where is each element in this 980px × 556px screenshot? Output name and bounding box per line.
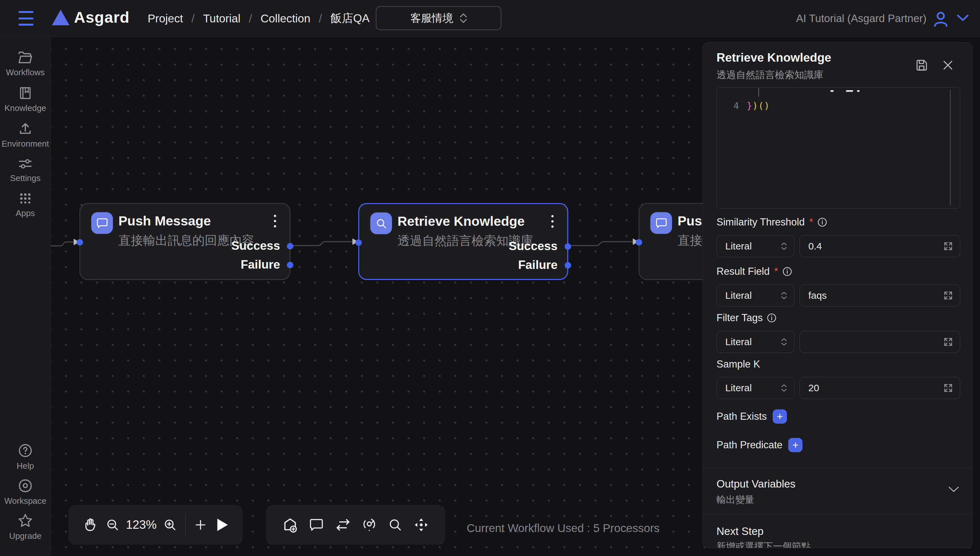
sidebar-item-knowledge[interactable]: Knowledge: [0, 86, 51, 113]
help-circle-icon: [18, 443, 33, 458]
upload-icon: [18, 122, 32, 136]
breadcrumb-item-current[interactable]: 飯店QA: [330, 11, 370, 26]
field-row-filter-tags: Literal: [716, 331, 960, 353]
add-path-exists-button[interactable]: +: [773, 409, 787, 423]
mode-select[interactable]: Literal: [716, 235, 794, 257]
value-input-result-field[interactable]: faqs: [800, 284, 960, 307]
sidebar-item-label: Workflows: [6, 68, 44, 78]
sidebar-main-items: Workflows Knowledge Environment Settings…: [0, 37, 51, 218]
sidebar-item-workspace[interactable]: Workspace: [0, 478, 51, 506]
input-port[interactable]: [355, 239, 362, 246]
failure-port[interactable]: [564, 262, 571, 268]
sidebar-item-upgrade[interactable]: Upgrade: [0, 513, 51, 541]
panel-divider: [703, 468, 972, 468]
expand-icon[interactable]: [943, 290, 953, 301]
chat-bubble-icon: [91, 212, 113, 234]
output-variables-subtitle: 輸出變量: [716, 493, 754, 506]
input-port[interactable]: [636, 239, 642, 246]
sidebar-item-label: Workspace: [4, 496, 47, 506]
output-label-success: Success: [231, 239, 280, 253]
asgard-logo-icon: [52, 10, 70, 25]
zoom-out-icon[interactable]: [106, 518, 120, 532]
sidebar-item-apps[interactable]: Apps: [0, 192, 51, 218]
sidebar-item-settings[interactable]: Settings: [0, 157, 51, 183]
failure-port[interactable]: [287, 262, 293, 268]
expand-icon[interactable]: [943, 241, 953, 251]
success-port[interactable]: [287, 243, 293, 249]
account-chevron-down-icon[interactable]: [957, 14, 969, 23]
auto-improve-icon[interactable]: [362, 517, 377, 533]
mode-select[interactable]: Literal: [716, 377, 794, 399]
folder-icon: [18, 51, 33, 65]
zoom-toolbar: 123%: [68, 505, 243, 545]
node-menu-icon[interactable]: [268, 213, 281, 228]
hamburger-menu-icon[interactable]: [18, 11, 34, 26]
node-menu-icon[interactable]: [546, 214, 559, 229]
code-line-4: 4 })(): [717, 99, 960, 113]
node-push-message[interactable]: Push Message 直接輸出訊息的回應內容 Success Failure: [79, 203, 290, 280]
save-icon[interactable]: [912, 56, 931, 74]
sidebar-item-label: Settings: [10, 173, 40, 183]
output-label-success: Success: [509, 239, 558, 253]
field-label-similarity-threshold: Similarity Threshold*: [716, 217, 828, 228]
pan-hand-icon[interactable]: [83, 517, 98, 532]
search-icon[interactable]: [388, 518, 403, 532]
next-step-title: Next Step: [716, 525, 763, 538]
node-retrieve-knowledge[interactable]: Retrieve Knowledge 透過自然語言檢索知識庫 Success F…: [358, 203, 568, 280]
add-path-predicate-button[interactable]: +: [788, 438, 802, 452]
code-clipped-line: [758, 88, 759, 97]
value-input-filter-tags[interactable]: [800, 331, 960, 353]
field-label-filter-tags: Filter Tags: [716, 312, 777, 324]
field-row-result-field: Literal faqs: [716, 284, 960, 307]
info-icon[interactable]: [817, 217, 828, 227]
field-row-similarity-threshold: Literal 0.4: [716, 235, 960, 257]
star-icon: [18, 513, 33, 528]
swap-arrows-icon[interactable]: [335, 518, 351, 532]
zoom-in-icon[interactable]: [163, 518, 177, 532]
account-label: AI Tutorial (Asgard Partner): [796, 0, 927, 37]
field-label-sample-k: Sample K: [716, 359, 760, 370]
book-icon: [18, 86, 32, 100]
output-variables-chevron-down-icon[interactable]: [948, 486, 959, 494]
add-icon[interactable]: [194, 518, 207, 531]
environment-select[interactable]: 客服情境: [376, 6, 501, 30]
expand-icon[interactable]: [943, 337, 953, 347]
success-port[interactable]: [564, 243, 571, 250]
code-scrollbar[interactable]: [950, 89, 951, 206]
input-port[interactable]: [77, 239, 83, 246]
path-exists-row: Path Exists +: [716, 409, 787, 423]
info-icon[interactable]: [782, 266, 792, 277]
zoom-level[interactable]: 123%: [126, 518, 157, 532]
run-play-icon[interactable]: [216, 518, 228, 532]
toolbar-divider: [185, 514, 186, 536]
breadcrumb-item-collection[interactable]: Collection: [260, 12, 310, 25]
app-root: Asgard Project / Tutorial / Collection /…: [0, 0, 980, 556]
code-editor[interactable]: 4 })(): [716, 87, 960, 208]
add-node-icon[interactable]: [282, 517, 298, 533]
sidebar-item-environment[interactable]: Environment: [0, 122, 51, 149]
comment-icon[interactable]: [309, 518, 324, 532]
output-label-failure: Failure: [518, 258, 558, 272]
workflow-status-text: Current Workflow Used : 5 Processors: [467, 522, 660, 535]
close-icon[interactable]: [939, 56, 957, 74]
breadcrumb-item-tutorial[interactable]: Tutorial: [203, 12, 241, 25]
expand-icon[interactable]: [943, 383, 953, 393]
field-label-result-field: Result Field*: [716, 266, 792, 277]
breadcrumb-item-project[interactable]: Project: [148, 12, 183, 25]
sidebar-item-label: Upgrade: [9, 531, 42, 541]
mode-select[interactable]: Literal: [716, 284, 794, 307]
search-icon: [370, 212, 392, 234]
value-input-sample-k[interactable]: 20: [800, 377, 960, 399]
sidebar-item-workflows[interactable]: Workflows: [0, 51, 51, 78]
fit-view-icon[interactable]: [413, 517, 429, 533]
user-avatar-icon[interactable]: [932, 10, 949, 29]
node-title: Retrieve Knowledge: [398, 214, 525, 229]
mode-select[interactable]: Literal: [716, 331, 794, 353]
panel-subtitle: 透過自然語言檢索知識庫: [716, 68, 823, 82]
output-label-failure: Failure: [241, 258, 280, 272]
field-row-sample-k: Literal 20: [716, 377, 960, 399]
next-step-subtitle: 新增或選擇下一個節點: [716, 540, 810, 548]
sidebar-item-help[interactable]: Help: [0, 443, 51, 471]
value-input-similarity-threshold[interactable]: 0.4: [800, 235, 960, 257]
info-icon[interactable]: [767, 313, 777, 323]
